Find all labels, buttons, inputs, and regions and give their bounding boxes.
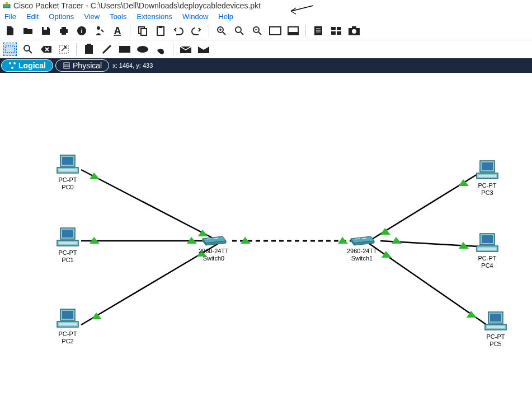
svg-text:A: A — [114, 25, 121, 36]
new-file-icon[interactable] — [3, 24, 17, 38]
select-tool-icon[interactable] — [3, 43, 17, 56]
svg-line-15 — [223, 32, 225, 35]
svg-rect-85 — [62, 311, 73, 319]
links-layer — [0, 73, 532, 386]
line-tool-icon[interactable] — [100, 43, 114, 56]
svg-marker-75 — [382, 251, 392, 258]
svg-line-55 — [81, 170, 218, 241]
activity-wizard-icon[interactable] — [93, 24, 106, 38]
svg-line-61 — [81, 244, 218, 325]
svg-point-51 — [11, 67, 13, 69]
note-tool-icon[interactable] — [82, 43, 96, 56]
device-label: PC-PTPC1 — [59, 249, 77, 264]
save-icon[interactable] — [39, 24, 53, 38]
copy-icon[interactable] — [136, 24, 149, 38]
device-pc5[interactable]: PC-PTPC5 — [484, 311, 507, 348]
svg-rect-35 — [352, 26, 356, 29]
toolbar-separator — [76, 43, 77, 55]
menu-edit[interactable]: Edit — [26, 12, 39, 21]
redo-icon[interactable] — [190, 24, 203, 38]
device-grid-icon[interactable] — [329, 24, 343, 38]
device-switch0[interactable]: 2960-24TTSwitch0 — [199, 234, 229, 262]
complex-pdu-icon[interactable] — [197, 43, 210, 56]
menu-window[interactable]: Window — [182, 12, 208, 21]
pc-icon — [56, 227, 79, 248]
svg-point-18 — [236, 27, 241, 32]
view-bar: Logical Physical x: 1464, y: 433 — [0, 58, 532, 73]
info-icon[interactable]: i — [75, 24, 88, 38]
logical-view-tab[interactable]: Logical — [1, 59, 53, 72]
menu-extensions[interactable]: Extensions — [136, 12, 172, 21]
device-label: PC-PTPC4 — [478, 255, 497, 269]
print-icon[interactable] — [57, 24, 70, 38]
svg-rect-89 — [482, 162, 493, 170]
text-icon[interactable]: A — [111, 24, 124, 38]
physical-icon — [63, 62, 70, 69]
svg-marker-65 — [241, 237, 251, 244]
device-pc4[interactable]: PC-PTPC4 — [475, 232, 499, 269]
svg-rect-33 — [337, 31, 341, 35]
simple-pdu-icon[interactable] — [179, 43, 192, 56]
toolbar-separator — [130, 25, 130, 37]
ellipse-tool-icon[interactable] — [136, 43, 149, 56]
undo-icon[interactable] — [172, 24, 185, 38]
freeform-tool-icon[interactable] — [154, 43, 167, 56]
svg-rect-32 — [331, 31, 336, 35]
svg-point-8 — [97, 26, 100, 30]
logical-label: Logical — [18, 61, 46, 70]
svg-rect-0 — [3, 4, 10, 8]
annotation-arrow — [288, 3, 316, 17]
svg-rect-79 — [59, 169, 77, 171]
svg-rect-52 — [64, 63, 69, 68]
pc-icon — [484, 311, 507, 332]
device-pc3[interactable]: PC-PTPC3 — [475, 160, 499, 197]
device-pc2[interactable]: PC-PTPC2 — [56, 308, 79, 345]
menu-view[interactable]: View — [84, 12, 100, 21]
zoom-in-icon[interactable] — [215, 24, 228, 38]
inspect-tool-icon[interactable] — [21, 43, 35, 56]
svg-rect-12 — [157, 27, 164, 35]
device-label: PC-PTPC3 — [478, 182, 497, 197]
snapshot-icon[interactable] — [347, 24, 361, 38]
svg-line-45 — [103, 45, 111, 53]
svg-rect-26 — [314, 26, 322, 35]
svg-marker-60 — [187, 237, 197, 244]
menu-file[interactable]: File — [4, 12, 16, 21]
svg-line-67 — [369, 174, 478, 241]
device-label: 2960-24TTSwitch0 — [199, 248, 229, 262]
svg-rect-37 — [6, 46, 15, 53]
open-folder-icon[interactable] — [21, 24, 35, 38]
menu-help[interactable]: Help — [218, 12, 233, 21]
svg-line-19 — [241, 32, 243, 35]
device-switch1[interactable]: 2960-24TTSwitch1 — [347, 234, 377, 262]
zoom-reset-icon[interactable] — [233, 24, 246, 38]
menu-tools[interactable]: Tools — [110, 12, 126, 21]
pc-icon — [56, 308, 79, 329]
physical-label: Physical — [73, 61, 102, 70]
switch-icon — [200, 234, 227, 246]
svg-point-49 — [9, 62, 11, 64]
delete-tool-icon[interactable] — [39, 43, 53, 56]
physical-view-tab[interactable]: Physical — [55, 59, 109, 72]
svg-rect-43 — [85, 45, 93, 54]
svg-marker-72 — [392, 237, 402, 244]
device-label: PC-PTPC0 — [59, 176, 77, 191]
drawing-palette-icon[interactable] — [269, 24, 282, 38]
device-label: PC-PTPC2 — [59, 330, 77, 345]
device-pc0[interactable]: PC-PTPC0 — [56, 154, 79, 191]
svg-rect-5 — [62, 32, 66, 35]
svg-rect-1 — [6, 2, 8, 4]
workspace-canvas[interactable]: PC-PTPC0 PC-PTPC1 PC-PTPC2 PC-PTPC3 PC-P… — [0, 73, 532, 386]
resize-tool-icon[interactable] — [57, 43, 70, 56]
pc-icon — [56, 154, 79, 175]
menu-options[interactable]: Options — [49, 12, 74, 21]
paste-icon[interactable] — [154, 24, 167, 38]
rectangle-tool-icon[interactable] — [118, 43, 131, 56]
svg-point-38 — [24, 45, 30, 51]
zoom-out-icon[interactable] — [251, 24, 264, 38]
device-pc1[interactable]: PC-PTPC1 — [56, 227, 79, 264]
main-toolbar: i A — [0, 22, 532, 40]
notes-icon[interactable] — [312, 24, 325, 38]
custom-device-icon[interactable] — [286, 24, 300, 38]
svg-rect-4 — [62, 27, 66, 29]
